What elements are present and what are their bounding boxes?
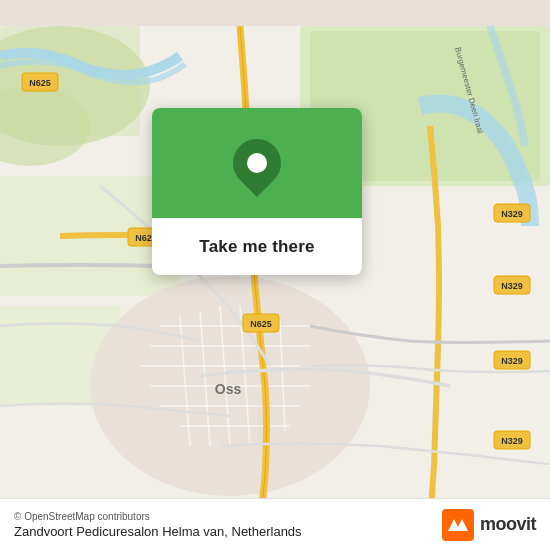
svg-text:N625: N625 bbox=[29, 78, 51, 88]
pin-icon bbox=[223, 129, 291, 197]
svg-text:N329: N329 bbox=[501, 356, 523, 366]
svg-text:N329: N329 bbox=[501, 209, 523, 219]
place-name: Zandvoort Pedicuresalon Helma van, Nethe… bbox=[14, 524, 302, 539]
bottom-bar: © OpenStreetMap contributors Zandvoort P… bbox=[0, 498, 550, 550]
moovit-text: moovit bbox=[480, 514, 536, 535]
svg-text:N329: N329 bbox=[501, 436, 523, 446]
map-container: N625 N625 N625 N329 N329 N329 N329 Burge… bbox=[0, 0, 550, 550]
osm-credit: © OpenStreetMap contributors bbox=[14, 511, 302, 522]
moovit-icon bbox=[442, 509, 474, 541]
pin-inner bbox=[247, 153, 267, 173]
moovit-logo[interactable]: moovit bbox=[442, 509, 536, 541]
map-background: N625 N625 N625 N329 N329 N329 N329 Burge… bbox=[0, 0, 550, 550]
svg-rect-37 bbox=[442, 509, 474, 541]
take-me-there-button[interactable]: Take me there bbox=[191, 233, 322, 261]
svg-text:Oss: Oss bbox=[215, 381, 242, 397]
popup-button-area: Take me there bbox=[152, 218, 362, 275]
location-pin bbox=[233, 139, 281, 187]
svg-text:N625: N625 bbox=[250, 319, 272, 329]
bottom-left-info: © OpenStreetMap contributors Zandvoort P… bbox=[14, 511, 302, 539]
popup-card: Take me there bbox=[152, 108, 362, 275]
svg-text:N329: N329 bbox=[501, 281, 523, 291]
popup-green-area bbox=[152, 108, 362, 218]
